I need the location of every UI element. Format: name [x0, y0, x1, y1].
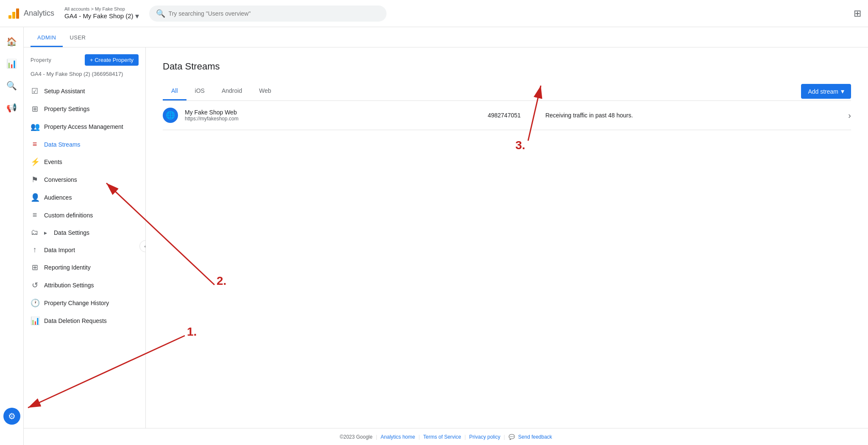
stream-name: My Fake Shop Web — [185, 109, 481, 116]
filter-tab-all[interactable]: All — [163, 82, 186, 100]
sidebar-item-data-deletion[interactable]: 📊 Data Deletion Requests — [24, 312, 145, 330]
sidebar-item-label-attribution-settings: Attribution Settings — [44, 282, 94, 289]
sidebar-item-label-setup-assistant: Setup Assistant — [44, 88, 85, 95]
footer-privacy[interactable]: Privacy policy — [469, 434, 500, 440]
sidebar-item-label-reporting-identity: Reporting Identity — [44, 264, 91, 271]
sidebar-item-reporting-identity[interactable]: ⊞ Reporting Identity — [24, 259, 145, 276]
sidebar-item-label-property-access: Property Access Management — [44, 123, 123, 130]
create-property-button[interactable]: + Create Property — [85, 54, 139, 66]
sidebar-item-label-data-import: Data Import — [44, 247, 75, 253]
sidebar-item-property-change-history[interactable]: 🕐 Property Change History — [24, 294, 145, 312]
page-title: Data Streams — [163, 61, 851, 72]
property-change-history-icon: 🕐 — [31, 298, 39, 308]
main-area: Property + Create Property GA4 - My Fake… — [24, 47, 868, 445]
submenu-arrow-icon: ▸ — [44, 229, 47, 236]
stream-status: Receiving traffic in past 48 hours. — [545, 112, 842, 119]
data-streams-icon: ≡ — [31, 140, 39, 149]
search-bar[interactable]: 🔍 — [149, 6, 387, 22]
data-deletion-icon: 📊 — [31, 316, 39, 325]
sidebar-item-data-streams[interactable]: ≡ Data Streams — [24, 136, 145, 153]
app-header: Analytics All accounts > My Fake Shop GA… — [0, 0, 868, 27]
sidebar-item-label-property-change-history: Property Change History — [44, 300, 109, 306]
svg-rect-1 — [12, 12, 15, 19]
feedback-icon: 💬 — [509, 434, 515, 440]
setup-assistant-icon: ☑ — [31, 86, 39, 96]
data-import-icon: ↑ — [31, 245, 39, 254]
svg-rect-0 — [8, 15, 11, 19]
sidebar-item-label-events: Events — [44, 159, 62, 165]
sidebar-item-label-audiences: Audiences — [44, 194, 72, 201]
sidebar-item-conversions[interactable]: ⚑ Conversions — [24, 171, 145, 189]
sidebar-item-label-conversions: Conversions — [44, 176, 77, 183]
stream-row[interactable]: 🌐 My Fake Shop Web https://myfakeshop.co… — [163, 101, 851, 130]
header-right: ⊞ — [854, 8, 861, 19]
property-settings-icon: ⊞ — [31, 104, 39, 114]
content-area: Data Streams All iOS Android Web Add str… — [146, 47, 868, 445]
tab-admin[interactable]: ADMIN — [31, 29, 63, 47]
grid-icon[interactable]: ⊞ — [854, 8, 861, 19]
footer-analytics-home[interactable]: Analytics home — [381, 434, 415, 440]
reports-icon[interactable]: 📊 — [2, 53, 22, 74]
app-name: Analytics — [24, 9, 54, 18]
property-name: GA4 - My Fake Shop (2) (366958417) — [24, 69, 145, 82]
sidebar-item-setup-assistant[interactable]: ☑ Setup Assistant — [24, 82, 145, 100]
sidebar-item-data-settings[interactable]: 🗂 ▸ Data Settings — [24, 224, 145, 241]
search-input[interactable] — [169, 10, 380, 17]
footer: ©2023 Google | Analytics home | Terms of… — [24, 428, 868, 445]
footer-copyright: ©2023 Google — [339, 434, 373, 440]
stream-chevron-icon[interactable]: › — [848, 111, 851, 120]
filter-tab-android[interactable]: Android — [213, 82, 250, 100]
footer-feedback[interactable]: Send feedback — [518, 434, 552, 440]
stream-globe-icon: 🌐 — [163, 108, 178, 123]
svg-rect-2 — [16, 8, 19, 19]
add-stream-button[interactable]: Add stream ▾ — [801, 84, 851, 99]
custom-definitions-icon: ≡ — [31, 211, 39, 220]
stream-url: https://myfakeshop.com — [185, 116, 481, 122]
add-stream-label: Add stream — [808, 88, 838, 95]
property-label: Property — [31, 57, 51, 63]
filter-tab-ios[interactable]: iOS — [186, 82, 213, 100]
sidebar-item-custom-definitions[interactable]: ≡ Custom definitions — [24, 206, 145, 224]
home-icon[interactable]: 🏠 — [2, 31, 22, 52]
add-stream-dropdown-icon: ▾ — [841, 87, 844, 95]
property-selector-text: GA4 - My Fake Shop (2) — [64, 12, 134, 19]
reporting-identity-icon: ⊞ — [31, 263, 39, 272]
tab-user[interactable]: USER — [63, 29, 92, 47]
advertising-icon[interactable]: 📢 — [2, 97, 22, 118]
footer-terms[interactable]: Terms of Service — [423, 434, 461, 440]
sidebar-item-attribution-settings[interactable]: ↺ Attribution Settings — [24, 276, 145, 294]
data-settings-icon: 🗂 — [31, 228, 39, 237]
stream-id: 4982747051 — [488, 112, 539, 119]
admin-tabs: ADMIN USER — [24, 27, 868, 47]
events-icon: ⚡ — [31, 157, 39, 167]
attribution-settings-icon: ↺ — [31, 281, 39, 290]
audiences-icon: 👤 — [31, 193, 39, 202]
left-nav: 🏠 📊 🔍 📢 — [0, 27, 24, 445]
filter-tab-web[interactable]: Web — [250, 82, 280, 100]
sidebar-menu: ☑ Setup Assistant ⊞ Property Settings 👥 … — [24, 82, 145, 337]
stream-info: My Fake Shop Web https://myfakeshop.com — [185, 109, 481, 122]
sidebar-item-events[interactable]: ⚡ Events — [24, 153, 145, 171]
property-header: Property + Create Property — [24, 47, 145, 69]
sidebar-item-label-data-streams: Data Streams — [44, 141, 81, 148]
account-selector[interactable]: All accounts > My Fake Shop GA4 - My Fak… — [64, 6, 139, 21]
sidebar-item-label-property-settings: Property Settings — [44, 106, 89, 112]
conversions-icon: ⚑ — [31, 175, 39, 184]
sidebar-item-label-custom-definitions: Custom definitions — [44, 212, 93, 219]
filter-tabs-bar: All iOS Android Web Add stream ▾ — [163, 82, 851, 101]
sidebar-item-audiences[interactable]: 👤 Audiences — [24, 189, 145, 206]
sidebar-item-label-data-deletion: Data Deletion Requests — [44, 317, 107, 324]
sidebar-item-label-data-settings: Data Settings — [54, 229, 89, 236]
chevron-down-icon: ▾ — [135, 11, 139, 21]
filter-tab-right-area: Add stream ▾ — [801, 84, 851, 99]
sidebar-item-property-settings[interactable]: ⊞ Property Settings — [24, 100, 145, 118]
logo-area: Analytics — [7, 7, 54, 20]
property-sidebar: Property + Create Property GA4 - My Fake… — [24, 47, 146, 445]
sidebar-item-property-access[interactable]: 👥 Property Access Management — [24, 118, 145, 136]
settings-gear-button[interactable]: ⚙ — [3, 408, 20, 425]
explore-icon[interactable]: 🔍 — [2, 75, 22, 96]
property-selector[interactable]: GA4 - My Fake Shop (2) ▾ — [64, 11, 139, 21]
breadcrumb: All accounts > My Fake Shop — [64, 6, 139, 11]
sidebar-item-data-import[interactable]: ↑ Data Import — [24, 241, 145, 259]
analytics-logo-icon — [7, 7, 20, 20]
